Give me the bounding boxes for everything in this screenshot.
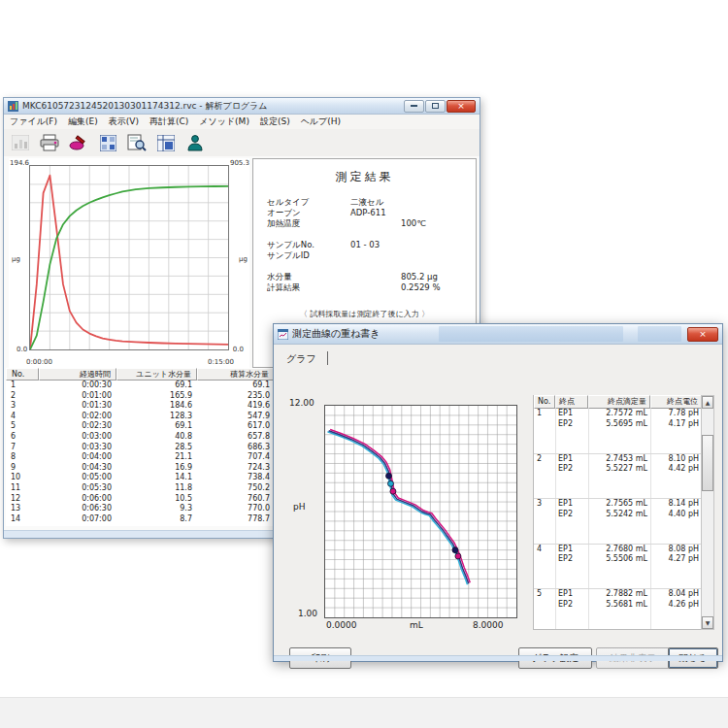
moisture-table-row[interactable]: 130:06:309.3770.0 xyxy=(6,504,275,514)
printer-icon xyxy=(40,134,59,151)
endpoint-table: No. 終点 終点滴定量 終点電位 1EP12.7572 mL7.78 pHEP… xyxy=(533,395,702,630)
titration-plot xyxy=(324,405,517,618)
moisture-table-row[interactable]: 20:01:00165.9235.0 xyxy=(6,391,275,402)
col-no: No. xyxy=(6,368,39,381)
overlay-content: グラフ 12.00 pH 1.00 0.0000 mL 8.0000 No. 終… xyxy=(274,345,722,661)
moisture-table-row[interactable]: 70:03:3028.5686.3 xyxy=(6,443,275,453)
scroll-thumb[interactable] xyxy=(702,435,713,491)
results-rows: セルタイプ二液セルオーブンADP-611加熱温度100℃サンプルNo.01 - … xyxy=(253,197,476,293)
endpoint-row-group[interactable]: 4EP12.7680 mL8.08 pHEP25.5506 mL4.27 pH xyxy=(534,545,702,590)
chart-tool-button[interactable] xyxy=(7,130,34,156)
menu-item[interactable]: メソッド(M) xyxy=(199,116,249,128)
moisture-plot xyxy=(29,165,229,350)
moisture-table-body: 10:00:3069.169.120:01:00165.9235.030:01:… xyxy=(6,381,275,526)
print-tool-button[interactable] xyxy=(36,130,63,156)
endpoint-table-body: 1EP12.7572 mL7.78 pHEP25.5695 mL4.17 pH2… xyxy=(534,409,702,630)
moisture-table-row[interactable]: 140:07:008.7778.7 xyxy=(6,514,275,525)
result-row xyxy=(267,229,476,240)
moisture-table-row[interactable]: 110:05:3011.8750.2 xyxy=(6,483,275,494)
results-note: 〈 試料採取量は測定終了後に入力 〉 xyxy=(253,309,476,319)
tab-graph[interactable]: グラフ xyxy=(286,352,316,366)
moisture-chart-panel: 194.6 0.0 μg 905.3 0.0 μg 0:00:00 0:15:0… xyxy=(9,158,249,368)
moisture-table-row[interactable]: 90:04:3016.9724.3 xyxy=(6,463,275,474)
glass-artifact xyxy=(638,326,681,342)
result-row: サンプルID xyxy=(267,250,476,261)
overlay-title-bar[interactable]: 測定曲線の重ね書き × xyxy=(274,324,722,345)
ph-axis-min: 1.00 xyxy=(298,609,317,618)
moisture-table-row[interactable]: 10:00:3069.169.1 xyxy=(6,381,275,391)
ml-axis-min: 0.0000 xyxy=(326,620,357,630)
pen-icon xyxy=(69,134,88,151)
title-bar[interactable]: MKC6105723124520130301174312.rvc - 解析プログ… xyxy=(4,98,480,115)
overlay-window: 測定曲線の重ね書き × グラフ 12.00 pH 1.00 0.0000 mL … xyxy=(273,323,723,662)
col-no: No. xyxy=(534,395,555,409)
endpoint-marker xyxy=(452,547,458,553)
right-axis-max: 905.3 xyxy=(230,159,249,167)
review-tool-button[interactable] xyxy=(123,130,150,156)
overlay-window-icon xyxy=(278,329,288,340)
result-row: サンプルNo.01 - 03 xyxy=(267,240,476,250)
endpoint-table-header: No. 終点 終点滴定量 終点電位 xyxy=(534,395,702,409)
scroll-up-arrow[interactable]: ▲ xyxy=(702,396,713,409)
ph-axis-max: 12.00 xyxy=(289,398,314,408)
col-total-moisture: 積算水分量 xyxy=(197,368,275,381)
table-graph-icon xyxy=(157,135,175,151)
right-axis-unit: μg xyxy=(239,255,248,263)
menu-item[interactable]: ヘルプ(H) xyxy=(301,116,341,128)
ml-axis-max: 8.0000 xyxy=(473,620,504,630)
moisture-table-row[interactable]: 30:01:30184.6419.6 xyxy=(6,401,275,412)
moisture-table-row[interactable]: 80:04:0021.1707.4 xyxy=(6,452,275,463)
endpoint-marker xyxy=(387,480,393,486)
result-row: オーブンADP-611 xyxy=(267,208,476,218)
endpoint-marker xyxy=(386,473,392,479)
menu-item[interactable]: 設定(S) xyxy=(260,116,290,128)
endpoint-table-scrollbar[interactable]: ▲ ▼ xyxy=(701,395,714,630)
menu-item[interactable]: 再計算(C) xyxy=(149,116,188,128)
result-row: セルタイプ二液セル xyxy=(267,197,476,208)
scroll-down-arrow[interactable]: ▼ xyxy=(702,616,713,629)
moisture-table-row[interactable]: 40:02:00128.3547.9 xyxy=(6,412,275,422)
moisture-table-row[interactable]: 120:06:0010.5760.7 xyxy=(6,494,275,505)
right-axis-min: 0.0 xyxy=(233,346,244,353)
endpoint-row-group[interactable]: 2EP12.7453 mL8.10 pHEP25.5227 mL4.42 pH xyxy=(534,454,702,500)
endpoint-marker xyxy=(455,553,461,559)
left-axis-max: 194.6 xyxy=(10,159,29,167)
results-title: 測定結果 xyxy=(253,169,476,185)
menu-item[interactable]: 表示(V) xyxy=(109,116,139,128)
page-bottom-strip xyxy=(0,697,728,728)
menu-bar: ファイル(F)編集(E)表示(V)再計算(C)メソッド(M)設定(S)ヘルプ(H… xyxy=(4,115,480,130)
tab-divider xyxy=(327,351,328,365)
moisture-table-row[interactable]: 50:02:3069.1617.0 xyxy=(6,421,275,432)
col-ep-volume: 終点滴定量 xyxy=(588,395,650,409)
glass-artifact xyxy=(439,326,623,342)
result-row xyxy=(267,261,476,272)
ph-axis-label: pH xyxy=(293,502,305,512)
x-axis-end: 0:15:00 xyxy=(208,358,234,366)
x-axis-start: 0:00:00 xyxy=(26,358,52,366)
toolbar xyxy=(4,129,480,157)
overlay-status-bar xyxy=(274,655,722,661)
moisture-table-row[interactable]: 60:03:0040.8657.8 xyxy=(6,432,275,443)
col-endpoint: 終点 xyxy=(555,395,588,409)
moisture-table: No. 経過時間 ユニット水分量 積算水分量 10:00:3069.169.12… xyxy=(6,368,276,526)
result-row: 計算結果0.2529 % xyxy=(267,282,476,293)
search-doc-icon xyxy=(127,134,147,151)
endpoint-row-group[interactable]: 3EP12.7565 mL8.14 pHEP25.5242 mL4.40 pH xyxy=(534,499,702,545)
user-tool-button[interactable] xyxy=(182,130,209,156)
menu-item[interactable]: 編集(E) xyxy=(68,116,98,128)
calc-tool-button[interactable] xyxy=(94,130,121,156)
window-title: MKC6105723124520130301174312.rvc - 解析プログ… xyxy=(22,100,267,113)
moisture-table-row[interactable]: 100:05:0014.1738.4 xyxy=(6,473,275,483)
sample-tool-button[interactable] xyxy=(65,130,92,156)
overlay-close-button[interactable]: × xyxy=(687,327,718,342)
endpoint-row-group[interactable]: 5EP12.7882 mL8.04 pHEP25.5681 mL4.26 pH xyxy=(534,589,702,630)
close-button[interactable]: × xyxy=(447,100,476,113)
result-row: 加熱温度100℃ xyxy=(267,218,476,229)
endpoint-row-group[interactable]: 1EP12.7572 mL7.78 pHEP25.5695 mL4.17 pH xyxy=(534,409,702,454)
menu-item[interactable]: ファイル(F) xyxy=(10,116,57,128)
endpoint-marker xyxy=(390,488,396,494)
maximize-button[interactable] xyxy=(425,100,446,113)
col-ep-potential: 終点電位 xyxy=(650,395,702,409)
minimize-button[interactable] xyxy=(404,100,424,113)
graph-tool-button[interactable] xyxy=(152,130,180,156)
